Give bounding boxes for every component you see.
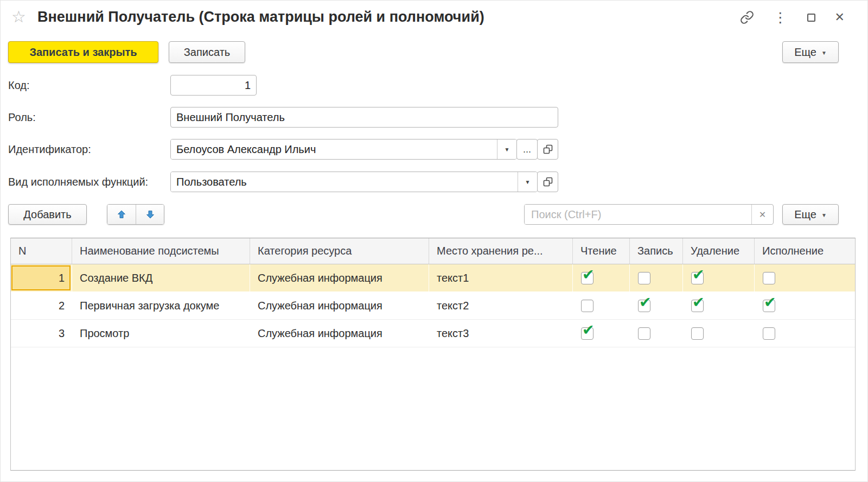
move-up-icon: [116, 209, 127, 220]
link-icon[interactable]: [740, 10, 754, 24]
cell-category: Служебная информация: [250, 320, 429, 347]
read-checkbox[interactable]: ✔: [581, 272, 593, 284]
cell-execute: ✔: [755, 292, 855, 319]
close-icon[interactable]: ✕: [835, 10, 845, 24]
more-button-top[interactable]: Еще ▼: [782, 41, 839, 63]
identifier-dropdown-icon[interactable]: ▼: [497, 139, 516, 159]
write-checkbox[interactable]: [638, 272, 650, 284]
cell-subsystem: Просмотр: [72, 320, 250, 347]
cell-subsystem: Создание ВКД: [72, 264, 250, 291]
col-header-read[interactable]: Чтение: [573, 238, 630, 264]
col-header-execute[interactable]: Исполнение: [755, 238, 855, 264]
move-down-icon: [145, 209, 156, 220]
table-row[interactable]: 2 Первичная загрузка докуме Служебная ин…: [11, 292, 855, 320]
function-kind-field: ▼: [170, 172, 538, 192]
maximize-icon[interactable]: [807, 14, 815, 22]
role-input[interactable]: [170, 107, 558, 128]
cell-delete: [683, 320, 755, 347]
read-checkbox[interactable]: [581, 300, 593, 312]
cell-storage: текст3: [429, 320, 573, 347]
write-checkbox[interactable]: ✔: [638, 300, 650, 312]
cell-n: 3: [11, 320, 72, 347]
cell-storage: текст1: [429, 264, 573, 291]
check-icon: ✔: [582, 323, 595, 338]
function-kind-label: Вид исполняемых функций:: [8, 172, 148, 192]
add-row-button[interactable]: Добавить: [8, 204, 87, 225]
move-row-buttons: [107, 204, 164, 225]
cell-subsystem: Первичная загрузка докуме: [72, 292, 250, 319]
cell-write: [630, 264, 683, 291]
search-clear-icon[interactable]: ✕: [751, 205, 773, 224]
function-kind-dropdown-icon[interactable]: ▼: [518, 172, 537, 192]
execute-checkbox[interactable]: [763, 272, 775, 284]
save-button[interactable]: Записать: [169, 41, 245, 63]
search-input[interactable]: [525, 205, 751, 224]
cell-read: [573, 292, 630, 319]
maximize-square: [807, 14, 815, 22]
col-header-subsystem[interactable]: Наименование подсистемы: [72, 238, 250, 264]
write-checkbox[interactable]: [638, 327, 650, 340]
open-icon: [542, 144, 553, 155]
cell-n: 2: [11, 292, 72, 319]
more-button-table-label: Еще: [794, 208, 816, 221]
cell-n: 1: [11, 264, 72, 291]
cell-read: ✔: [573, 264, 630, 291]
cell-execute: [755, 320, 855, 347]
cell-delete: ✔: [683, 292, 755, 319]
col-header-storage[interactable]: Место хранения ре...: [429, 238, 573, 264]
code-input[interactable]: [170, 75, 257, 96]
cell-delete: ✔: [683, 264, 755, 291]
check-icon: ✔: [582, 268, 595, 282]
check-icon: ✔: [692, 268, 705, 282]
read-checkbox[interactable]: ✔: [581, 327, 593, 340]
delete-checkbox[interactable]: [691, 327, 704, 340]
check-icon: ✔: [639, 295, 652, 310]
cell-write: ✔: [630, 292, 683, 319]
role-matrix-row-window: ☆ Внешний Получатель (Строка матрицы рол…: [0, 0, 868, 482]
focused-cell: 1: [11, 265, 71, 290]
identifier-input[interactable]: [171, 139, 497, 159]
code-label: Код:: [8, 75, 30, 96]
cell-read: ✔: [573, 320, 630, 347]
cell-category: Служебная информация: [250, 292, 429, 319]
table-header-row: N Наименование подсистемы Категория ресу…: [11, 238, 855, 264]
col-header-delete[interactable]: Удаление: [683, 238, 755, 264]
more-button-top-label: Еще: [794, 46, 816, 59]
cell-category: Служебная информация: [250, 264, 429, 291]
move-down-button[interactable]: [136, 205, 164, 224]
role-label: Роль:: [8, 107, 36, 128]
col-header-write[interactable]: Запись: [630, 238, 683, 264]
identifier-open-button[interactable]: [537, 139, 558, 160]
identifier-label: Идентификатор:: [8, 139, 91, 160]
delete-checkbox[interactable]: ✔: [691, 272, 704, 284]
window-controls: ⋮ ✕: [740, 10, 845, 24]
move-up-button[interactable]: [107, 205, 136, 224]
execute-checkbox[interactable]: [763, 327, 775, 340]
function-kind-input[interactable]: [171, 172, 518, 192]
favorite-star-icon[interactable]: ☆: [11, 7, 26, 26]
save-and-close-button[interactable]: Записать и закрыть: [8, 41, 158, 63]
kebab-menu-icon[interactable]: ⋮: [774, 10, 788, 24]
execute-checkbox[interactable]: ✔: [763, 300, 775, 312]
col-header-n[interactable]: N: [11, 238, 72, 264]
delete-checkbox[interactable]: ✔: [691, 300, 704, 312]
cell-storage: текст2: [429, 292, 573, 319]
cell-execute: [755, 264, 855, 291]
window-title: Внешний Получатель (Строка матрицы ролей…: [37, 9, 484, 26]
check-icon: ✔: [692, 295, 705, 310]
identifier-field: ▼: [170, 139, 517, 160]
cell-write: [630, 320, 683, 347]
check-icon: ✔: [764, 295, 776, 310]
identifier-choose-button[interactable]: ...: [516, 139, 538, 160]
col-header-category[interactable]: Категория ресурса: [250, 238, 429, 264]
open-icon: [542, 176, 553, 187]
table-empty-area: [11, 347, 855, 470]
more-button-table[interactable]: Еще ▼: [782, 204, 839, 225]
search-field: ✕: [524, 204, 774, 225]
chevron-down-icon: ▼: [821, 50, 827, 56]
permissions-table: N Наименование подсистемы Категория ресу…: [10, 238, 856, 471]
table-row[interactable]: 3 Просмотр Служебная информация текст3 ✔: [11, 320, 855, 347]
chevron-down-icon: ▼: [821, 212, 827, 218]
function-kind-open-button[interactable]: [537, 172, 558, 192]
table-row[interactable]: 1 Создание ВКД Служебная информация текс…: [11, 264, 855, 292]
